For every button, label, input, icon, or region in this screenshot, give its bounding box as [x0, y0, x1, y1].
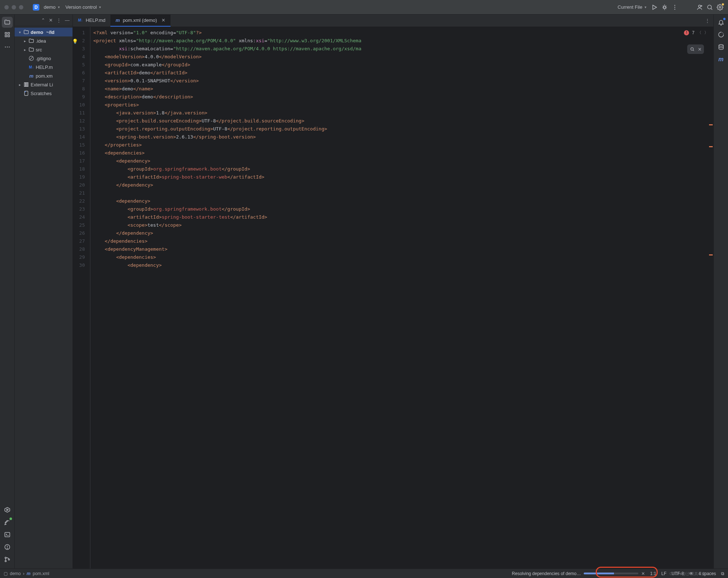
- run-config-selector[interactable]: Current File ▾: [615, 3, 649, 11]
- scratches-label: Scratches: [31, 91, 52, 96]
- svg-rect-20: [8, 32, 9, 34]
- zoom-window[interactable]: [19, 5, 23, 9]
- tree-node[interactable]: M↓HELP.m: [15, 63, 73, 71]
- tree-node[interactable]: .gitigno: [15, 54, 73, 63]
- crumb-file: pom.xml: [33, 571, 49, 576]
- svg-marker-27: [7, 509, 8, 511]
- caret-position[interactable]: 1:1: [650, 571, 656, 576]
- svg-point-42: [25, 91, 26, 93]
- code-editor[interactable]: 12💡3456789101112131415161718192021222324…: [73, 27, 713, 569]
- chevron-down-icon: ▾: [58, 5, 60, 9]
- svg-line-44: [693, 50, 694, 51]
- notifications-toolwindow-button[interactable]: [716, 17, 727, 28]
- tree-options-icon[interactable]: ⋮: [56, 17, 61, 23]
- more-actions-button[interactable]: [670, 2, 680, 12]
- project-selector[interactable]: D demo ▾: [30, 3, 63, 12]
- external-libraries[interactable]: ▸ External Li: [15, 80, 73, 89]
- hide-panel-icon[interactable]: —: [65, 17, 70, 23]
- svg-point-10: [674, 5, 675, 5]
- search-everywhere-button[interactable]: [705, 2, 715, 12]
- build-toolwindow-button[interactable]: [2, 517, 13, 528]
- ai-assistant-button[interactable]: [716, 29, 727, 40]
- memory-indicator-icon[interactable]: ⧉: [721, 571, 724, 576]
- background-tasks[interactable]: Resolving dependencies of demo… ✕: [512, 571, 645, 576]
- svg-rect-22: [8, 35, 9, 37]
- project-icon: D: [33, 4, 39, 11]
- floating-toolbar[interactable]: ✕: [687, 44, 704, 54]
- module-icon: ▢: [4, 571, 8, 576]
- more-toolwindows-button[interactable]: [2, 42, 13, 52]
- project-tree[interactable]: ▾ demo ~/Id ▸.idea▸src .gitigno M↓HELP.m…: [15, 26, 73, 99]
- svg-point-34: [5, 561, 6, 562]
- services-toolwindow-button[interactable]: [2, 504, 13, 515]
- minimize-window[interactable]: [12, 5, 16, 9]
- close-window[interactable]: [4, 5, 9, 9]
- file-icon: m: [28, 73, 34, 79]
- svg-line-6: [663, 5, 664, 6]
- collapse-icon[interactable]: ✕: [49, 17, 53, 23]
- file-type-icon: m: [116, 17, 120, 23]
- right-tool-strip: m: [713, 15, 728, 569]
- inspection-widget[interactable]: ! 7 〈 〉: [682, 29, 711, 36]
- project-tool-window: ⌃ ✕ ⋮ — ▾ demo ~/Id ▸.idea▸src .gitigno …: [15, 15, 73, 569]
- error-icon: !: [684, 30, 689, 35]
- code-content[interactable]: <?xml version="1.0" encoding="UTF-8"?><p…: [90, 27, 713, 569]
- svg-line-37: [30, 56, 33, 60]
- status-dot: [9, 518, 12, 520]
- tree-node[interactable]: ▸src: [15, 45, 73, 54]
- editor-area: M↓HELP.mdmpom.xml (demo)✕ ⋮ 12💡345678910…: [73, 15, 713, 569]
- scratches-icon: [23, 90, 29, 96]
- close-icon[interactable]: ✕: [698, 47, 702, 52]
- svg-marker-26: [5, 507, 10, 512]
- line-separator[interactable]: LF: [661, 571, 666, 576]
- debug-button[interactable]: [659, 2, 670, 12]
- scratches[interactable]: Scratches: [15, 89, 73, 98]
- vcs-widget[interactable]: Version control ▾: [63, 3, 104, 11]
- structure-toolwindow-button[interactable]: [2, 29, 13, 40]
- file-type-icon: M↓: [78, 18, 83, 22]
- navbar-breadcrumbs[interactable]: ▢ demo › m pom.xml: [4, 571, 49, 576]
- terminal-toolwindow-button[interactable]: [2, 529, 13, 540]
- file-icon: [28, 47, 34, 52]
- tree-root-label: demo: [31, 30, 43, 35]
- next-highlight-icon[interactable]: 〉: [704, 30, 708, 35]
- file-icon: [28, 38, 34, 44]
- cancel-task-icon[interactable]: ✕: [641, 571, 645, 576]
- project-toolbar: ⌃ ✕ ⋮ —: [15, 15, 73, 26]
- error-stripe[interactable]: [709, 27, 713, 569]
- target-icon: [690, 47, 695, 52]
- tree-node[interactable]: ▸.idea: [15, 36, 73, 45]
- svg-point-23: [5, 47, 5, 47]
- svg-rect-21: [5, 35, 7, 37]
- problems-toolwindow-button[interactable]: [2, 542, 13, 552]
- close-tab-icon[interactable]: ✕: [161, 17, 165, 23]
- maven-toolwindow-button[interactable]: m: [716, 54, 727, 65]
- crumb-module: demo: [10, 571, 21, 576]
- expand-icon[interactable]: ⌃: [41, 17, 45, 23]
- chevron-down-icon: ▾: [645, 5, 646, 9]
- editor-tab[interactable]: M↓HELP.md: [73, 15, 110, 27]
- file-icon: M↓: [28, 65, 34, 69]
- notification-dot: [723, 17, 726, 20]
- run-button[interactable]: [649, 2, 659, 12]
- intention-bulb-icon[interactable]: 💡: [72, 38, 78, 46]
- tabs-menu-button[interactable]: ⋮: [701, 15, 713, 27]
- code-with-me-button[interactable]: [694, 2, 705, 12]
- progress-bar: [584, 573, 638, 574]
- tree-node-label: .idea: [36, 38, 46, 44]
- settings-button[interactable]: [715, 2, 725, 12]
- project-toolwindow-button[interactable]: [2, 17, 13, 28]
- status-bar: ▢ demo › m pom.xml Resolving dependencie…: [0, 569, 728, 578]
- database-toolwindow-button[interactable]: [716, 42, 727, 52]
- svg-line-9: [665, 5, 666, 6]
- tree-root-hint: ~/Id: [46, 30, 55, 35]
- maven-icon: m: [718, 56, 723, 63]
- editor-tab[interactable]: mpom.xml (demo)✕: [110, 15, 170, 27]
- tree-root[interactable]: ▾ demo ~/Id: [15, 28, 73, 36]
- chevron-right-icon: ▸: [23, 39, 27, 43]
- gutter: 12💡3456789101112131415161718192021222324…: [73, 27, 90, 569]
- prev-highlight-icon[interactable]: 〈: [697, 30, 701, 35]
- git-toolwindow-button[interactable]: [2, 554, 13, 565]
- tree-node[interactable]: mpom.xm: [15, 71, 73, 80]
- svg-point-12: [674, 9, 675, 9]
